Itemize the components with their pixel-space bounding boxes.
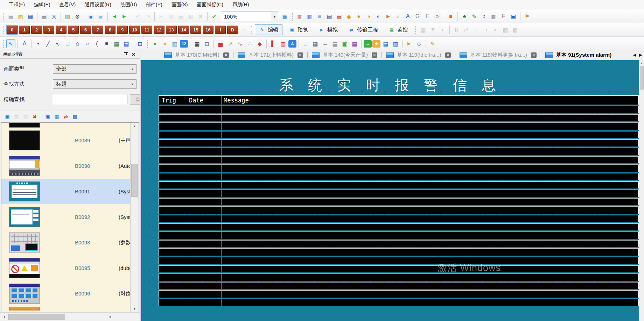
list-vertical-scrollbar[interactable]: ▲ ▼ [130,123,139,312]
screen-navigator-icon[interactable]: ↕ [479,12,489,21]
alarm-table-widget[interactable]: Trig Date Message [159,95,639,321]
scroll-up-icon[interactable]: ▲ [639,60,644,66]
screen-list-item[interactable]: B0096(对位 [1,281,139,306]
alarm-screen-title[interactable]: 系 统 实 时 报 警 信 息 [141,76,639,95]
scroll-up-icon[interactable]: ▲ [131,123,139,130]
tab-scroll-right-icon[interactable]: ▶ [639,52,642,57]
lamp-part-icon[interactable]: ● [150,39,160,48]
screen-button-0[interactable]: 0 [7,26,18,34]
parts-tree-icon[interactable]: ♣ [460,12,469,21]
menu-item-edit[interactable]: 编辑(E) [29,0,55,9]
system-settings-icon[interactable]: ⊛ [73,12,82,21]
screen-run-icon[interactable]: ■ [446,12,455,21]
line-graph-part-icon[interactable]: ↗ [226,39,235,48]
pin-panel-button[interactable] [122,51,129,58]
tab-close-icon[interactable]: ✕ [372,52,377,58]
scrollbar-thumb[interactable] [8,314,65,320]
chevron-down-icon[interactable]: ▾ [271,12,278,21]
screen-list-item[interactable]: B0089(主画 [1,128,139,153]
menu-item-project[interactable]: 工程(F) [4,0,29,9]
print-icon[interactable]: ▤ [40,12,49,21]
date-part-icon[interactable]: 12 [180,40,188,48]
screen-switch-part-icon[interactable]: → [364,40,372,48]
search-method-combobox[interactable]: 标题 ▾ [53,79,136,89]
screen-button-16[interactable]: 16 [203,26,214,34]
scrollbar-thumb[interactable] [640,66,644,90]
grid-part-icon[interactable]: ▦ [192,39,202,48]
menu-item-common-settings[interactable]: 通用设置(R) [80,0,115,9]
canvas-vertical-scrollbar[interactable]: ▲ [639,60,644,321]
mode-preview-button[interactable]: ▣预览 [285,24,312,35]
screen-button-4[interactable]: 4 [56,26,66,34]
screen-window-list-icon[interactable]: ▦ [52,113,61,121]
polyline-tool-icon[interactable]: ∿ [53,39,62,48]
screen-tab[interactable]: 基本 140(今天产量)✕ [308,50,381,60]
screen-button-11[interactable]: 11 [141,26,152,34]
dot-tool-icon[interactable]: • [34,39,43,48]
timer-settings-icon[interactable]: ○ [433,12,442,21]
alarm-lamp-part-icon[interactable]: ▌ [269,39,278,48]
screen-list-item[interactable]: B0095(dube [1,255,139,281]
alarm-history-part-icon[interactable]: ▥ [279,39,288,48]
scale-tool-icon[interactable]: ≡ [102,39,111,48]
ellipse-tool-icon[interactable]: ○ [83,39,92,48]
document-part-icon[interactable]: ▤ [330,39,340,48]
screen-convert-icon[interactable]: ⇄ [62,113,70,121]
screen-button-7[interactable]: 7 [92,26,103,34]
screen-tab[interactable]: 基本 119(Idie fra...)✕ [383,50,454,60]
menu-item-screen-capture[interactable]: 画面捕捉(C) [192,0,227,9]
polygon-tool-icon[interactable]: ⌂ [73,39,82,48]
library-list-icon[interactable]: ▥ [489,12,498,21]
scroll-right-icon[interactable]: ► [107,313,114,321]
touch-key-part-icon[interactable]: ⊟ [202,39,211,48]
close-panel-button[interactable]: ✕ [130,51,137,58]
screen-tab[interactable]: 基本 171(上料帐料)✕ [234,50,307,60]
memo-pad-icon[interactable]: ✎ [470,12,479,21]
screen-button-6[interactable]: 6 [80,26,91,34]
bar-graph-part-icon[interactable]: ▅ [216,39,225,48]
screen-tab[interactable]: 基本 170(CIM账料)✕ [161,50,232,60]
screen-button-3[interactable]: 3 [43,26,54,34]
scrollbar-thumb[interactable] [131,164,138,197]
zoom-level-combobox[interactable]: 100%▾ [221,12,278,21]
new-project-icon[interactable]: ▤ [6,12,15,21]
recipe-part-icon[interactable]: ◇ [414,39,424,48]
screen-button-9[interactable]: 9 [117,26,128,34]
screen-button-14[interactable]: 14 [178,26,189,34]
slider-part-icon[interactable]: ↔ [321,39,330,48]
screen-button-13[interactable]: 13 [166,26,177,34]
data-clock-icon[interactable]: ◐ [374,12,383,21]
exact-search-input[interactable] [53,95,127,104]
bulb-part-icon[interactable]: ● [160,39,169,48]
rect-tool-icon[interactable]: □ [63,39,72,48]
security-ball-icon[interactable]: ● [354,12,363,21]
screen-button-1[interactable]: 1 [19,26,30,34]
comment-part-icon[interactable]: ▥ [170,39,179,48]
trend-graph-part-icon[interactable]: ∿ [236,39,245,48]
screen-button-I[interactable]: I [215,26,226,34]
mode-transfer-project-button[interactable]: ⇄传输工程 [344,24,382,35]
list-horizontal-scrollbar[interactable]: ◄ ► [0,312,140,321]
tab-close-icon[interactable]: ✕ [298,52,303,58]
mode-simulate-button[interactable]: ►模拟 [314,24,342,35]
text-tool-icon[interactable]: A [20,39,29,48]
meter-part-icon[interactable]: ◆ [255,39,264,48]
brush-part-icon[interactable]: ✎ [428,39,437,48]
screen-button-10[interactable]: 10 [129,26,140,34]
screen-list-item[interactable]: B0090(Auto [1,153,139,179]
sound-icon[interactable]: ♪ [393,12,402,21]
window-part-icon[interactable]: □ [301,39,310,48]
screen-button-15[interactable]: 15 [190,26,201,34]
front-layer-icon[interactable]: F [499,12,508,21]
global-check-g-icon[interactable]: G [413,12,422,21]
save-project-icon[interactable]: ▦ [26,12,35,21]
menu-item-help[interactable]: 帮助(H) [228,0,253,9]
menu-item-draw[interactable]: 绘图(D) [116,0,141,9]
screen-button-12[interactable]: 12 [154,26,164,34]
screen-canvas[interactable]: 系 统 实 时 报 警 信 息 Trig Date Message 激活 Win… [140,60,639,321]
remote-screen-icon[interactable]: ▣ [509,12,518,21]
image-display-part-icon[interactable]: ▦ [350,39,359,48]
screen-list-item[interactable]: B0091(Syst [1,179,139,204]
screen-tab[interactable]: 基本 91(System alarm) [542,50,615,60]
tab-close-icon[interactable]: ✕ [531,52,537,58]
